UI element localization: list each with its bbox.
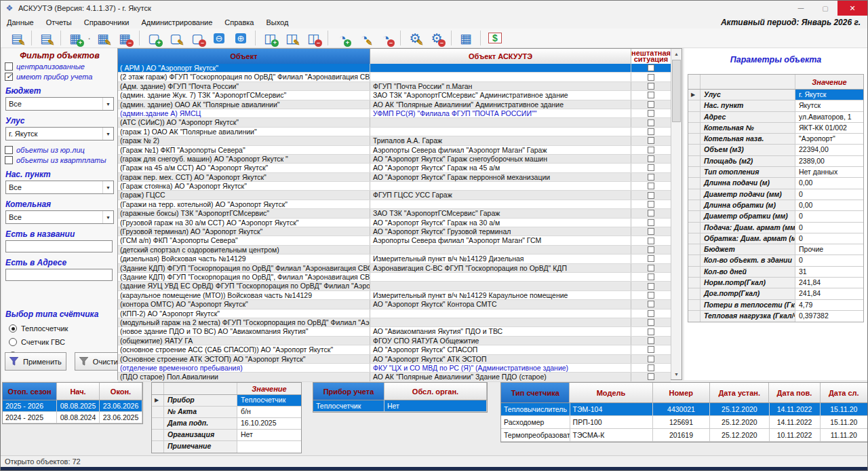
table-row[interactable]: (админ.здание А) ЯМСЦ УФМП РС(Я) "Филиал… — [118, 109, 671, 118]
next-date-header[interactable]: Дата сл. — [821, 383, 868, 403]
doc-minus-icon[interactable]: ⊖ — [209, 29, 229, 47]
filter-checkbox-row[interactable]: централизованные — [5, 62, 115, 71]
emergency-checkbox[interactable] — [648, 83, 654, 90]
counter-row[interactable]: Расходомер ПРП-100 125691 25.12.2020 14.… — [501, 416, 868, 429]
checkbox-icon[interactable] — [5, 62, 13, 71]
chevron-down-icon[interactable] — [102, 98, 113, 110]
param-row[interactable]: Бюджет Прочие — [688, 244, 863, 255]
table-row[interactable]: (Грузовой терминал) АО "Аэропорт Якутск"… — [118, 227, 671, 236]
checkbox-icon[interactable] — [5, 146, 13, 154]
toolbar-icon[interactable] — [477, 29, 484, 47]
settlement-select[interactable]: Все — [5, 181, 114, 194]
column-header-askuute[interactable]: Объект АСКУУТЭ — [370, 49, 631, 64]
param-row[interactable]: Тепловая нагрузка (Гкал/ч) 0,397382 — [688, 311, 863, 322]
counter-type-radio[interactable]: Счетчик ГВС — [9, 338, 111, 346]
emergency-checkbox[interactable] — [648, 210, 654, 216]
column-header-object[interactable]: Объект — [118, 49, 370, 64]
emergency-checkbox[interactable] — [648, 155, 654, 162]
emergency-checkbox[interactable] — [648, 174, 654, 181]
table-row[interactable]: (Гараж на 45 а/м ССТ) АО "Аэропорт Якутс… — [118, 164, 671, 172]
table-row[interactable]: (гараж № 2) Трипалов А.А. Гараж — [118, 136, 671, 145]
table-row[interactable]: (Гаражи на терр. котельной) АО "Аэропорт… — [118, 200, 671, 209]
database-book-edit-icon[interactable]: ▤ — [7, 29, 27, 47]
table-row[interactable]: (2 этаж гараж) ФГУП "Госкорпорация по Ор… — [118, 73, 671, 81]
column-header-emergency[interactable]: нештатная ситуация — [631, 49, 671, 64]
device-param-value[interactable]: Нет — [237, 430, 301, 440]
table-row[interactable]: (новое здание ПДО и ТО ВС) АО "Авиакомпа… — [118, 327, 671, 336]
param-row[interactable]: Дог.потр(Гкал) 241,84 — [688, 288, 863, 299]
emergency-checkbox[interactable] — [648, 101, 654, 108]
counter-type-header[interactable]: Тип счетчика — [501, 383, 570, 403]
table-row[interactable]: (ГСМ а/п) ФКП "Аэропорты Севера" Аэропор… — [118, 236, 671, 245]
emergency-checkbox[interactable] — [648, 164, 654, 171]
emergency-checkbox[interactable] — [648, 201, 654, 208]
device-row[interactable]: Теплосчетчик Нет — [313, 400, 487, 412]
param-row[interactable]: Диаметр обратки (мм) 0 — [688, 211, 863, 222]
season-column-header[interactable]: Отоп. сезон — [3, 383, 57, 400]
chevron-down-icon[interactable] — [102, 211, 113, 223]
param-value[interactable]: 2389,00 — [795, 156, 863, 166]
table-row[interactable]: (основное строение АСС (САБ СПАСОП)) АО … — [118, 345, 671, 354]
service-org-header[interactable]: Обсл. орган. — [384, 383, 487, 400]
season-row[interactable]: 2024 - 2025 08.08.2024 23.06.2025 — [3, 412, 142, 423]
emergency-checkbox[interactable] — [648, 283, 654, 290]
emergency-checkbox[interactable] — [648, 274, 654, 280]
table-row[interactable]: (дизельная) Войсковая часть №14129 Измер… — [118, 255, 671, 263]
menu-item[interactable]: Администрирование — [135, 17, 218, 28]
install-date-header[interactable]: Дата устан. — [710, 383, 769, 403]
emergency-checkbox[interactable] — [648, 319, 654, 326]
emergency-checkbox[interactable] — [648, 301, 654, 307]
device-param-value[interactable]: б/н — [237, 407, 301, 417]
menu-item[interactable]: Данные — [1, 17, 40, 28]
emergency-checkbox[interactable] — [648, 64, 654, 71]
param-value[interactable]: 0,00 — [795, 178, 863, 188]
object-delete-icon[interactable]: ▢ — [187, 29, 208, 47]
table-row[interactable]: (АТС (СИиС)) АО "Аэропорт Якутск" — [118, 118, 671, 127]
param-value[interactable]: 0,397382 — [795, 311, 863, 322]
toolbar-icon[interactable] — [28, 29, 35, 47]
table-row[interactable]: (Основное строение АТК ЭСТОП) АО "Аэропо… — [118, 355, 671, 364]
param-value[interactable]: Нет данных — [795, 167, 863, 177]
param-row[interactable]: Объем (м3) 22394,00 — [688, 145, 863, 155]
emergency-checkbox[interactable] — [648, 110, 654, 117]
season-start-header[interactable]: Нач. — [57, 383, 100, 400]
checkbox-icon[interactable] — [5, 156, 13, 164]
param-value[interactable]: г. Якутск — [795, 90, 863, 100]
toolbar-icon[interactable] — [325, 29, 331, 47]
table-row[interactable]: (гараж для снегоуб. машин) АО "Аэропорт … — [118, 155, 671, 164]
table-row[interactable]: (модульный гараж на 2 места) ФГУП "Госко… — [118, 318, 671, 327]
param-value[interactable]: 0,00 — [795, 200, 863, 210]
device-param-row[interactable]: Прибор Теплосчетчик — [152, 395, 301, 407]
param-value[interactable]: Прочие — [795, 244, 863, 255]
season-row[interactable]: 2025 - 2026 08.08.2025 23.06.2026 — [3, 400, 142, 412]
emergency-checkbox[interactable] — [648, 128, 654, 135]
table-row[interactable]: (Адм. здание) ФГУП "Почта России" ФГУП "… — [118, 82, 671, 91]
param-value[interactable]: 4,79 — [795, 300, 863, 310]
scroll-thumb[interactable] — [672, 60, 681, 122]
radio-icon[interactable] — [9, 338, 17, 346]
table-row[interactable]: (админ. здание Жук. 7) ТЗК "АэропортГСМс… — [118, 91, 671, 100]
emergency-checkbox[interactable] — [648, 219, 654, 226]
table-row[interactable]: (гараж 1) ОАО АК "Полярные авиалинии" — [118, 128, 671, 136]
maximize-button[interactable] — [813, 1, 837, 16]
param-row[interactable]: Подача: Диам. армат (мм) 0 — [688, 223, 863, 233]
emergency-checkbox[interactable] — [648, 92, 654, 98]
device-param-value[interactable]: Теплосчетчик — [237, 395, 301, 406]
currency-icon[interactable]: $ — [485, 29, 505, 47]
emergency-checkbox[interactable] — [648, 265, 654, 271]
node-edit-icon[interactable]: ◫ — [281, 29, 302, 47]
table-row[interactable]: (Гараж №1) ФКП "Аэропорты Севера" Аэропо… — [118, 146, 671, 155]
param-row[interactable]: Кол-во дней 31 — [688, 267, 863, 278]
menu-item[interactable]: Справка — [218, 17, 260, 28]
apply-filter-button[interactable]: Применить — [5, 352, 66, 371]
param-value[interactable]: ул.Авиаторов, 1 — [795, 112, 863, 122]
table-row[interactable]: (гаражные боксы) ТЗК "АэропортГСМсервис"… — [118, 209, 671, 218]
tools-delete-icon[interactable]: ⚙ — [427, 29, 447, 47]
param-row[interactable]: Норм.потр(Гкал) 241,84 — [688, 278, 863, 288]
param-row[interactable]: Длинна подачи (м) 0,00 — [688, 178, 863, 189]
param-row[interactable]: Нас. пункт Якутск — [688, 100, 863, 111]
device-column-header[interactable]: Прибор учета — [313, 383, 384, 400]
param-row[interactable]: Потери в теплосети (Гкал) 4,79 — [688, 300, 863, 311]
emergency-checkbox[interactable] — [648, 147, 654, 153]
table-row[interactable]: (здание ЯУЦ УВД ЕС ОрВД) ФГУП "Госкорпор… — [118, 282, 671, 290]
